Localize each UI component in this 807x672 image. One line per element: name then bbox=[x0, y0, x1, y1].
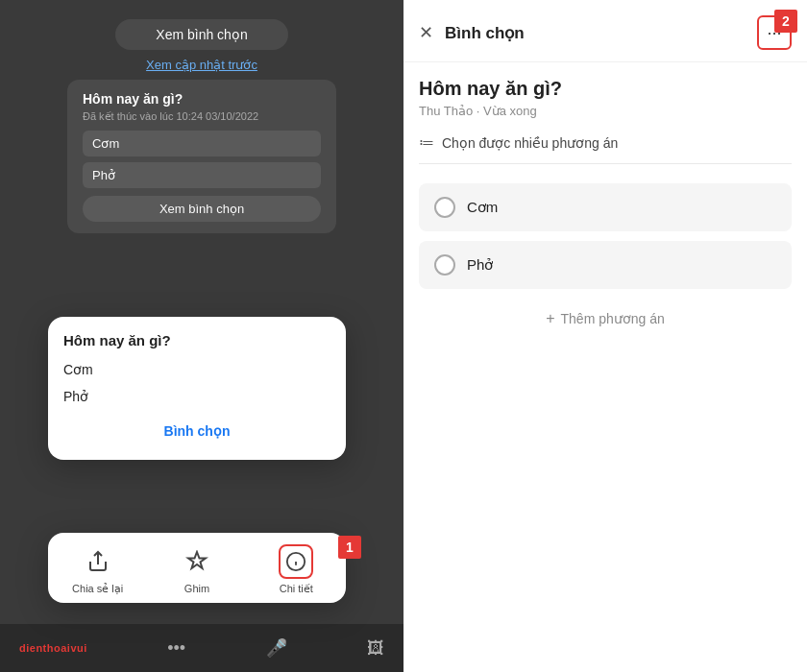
pin-action[interactable]: Ghim bbox=[147, 544, 246, 594]
detail-icon bbox=[279, 544, 313, 579]
chat-area: Xem bình chọn Xem cập nhật trước Hôm nay… bbox=[0, 10, 404, 243]
poll-ended-label: Đã kết thúc vào lúc 10:24 03/10/2022 bbox=[83, 110, 321, 123]
detail-label: Chi tiết bbox=[280, 583, 313, 595]
right-content: Hôm nay ăn gì? Thu Thảo · Vừa xong ≔ Chọ… bbox=[404, 62, 807, 672]
badge-1: 1 bbox=[338, 536, 361, 559]
detail-action[interactable]: Chi tiết bbox=[247, 544, 346, 595]
option-com-text: Cơm bbox=[467, 199, 498, 216]
radio-com bbox=[434, 197, 455, 218]
add-option-row[interactable]: + Thêm phương án bbox=[419, 299, 792, 339]
poll-modal-card: Hôm nay ăn gì? Cơm Phở Bình chọn bbox=[48, 317, 346, 460]
modal-option-pho: Phở bbox=[63, 383, 330, 410]
share-label: Chia sẻ lại bbox=[72, 583, 123, 595]
share-icon bbox=[81, 544, 115, 579]
close-button[interactable]: ✕ bbox=[419, 24, 433, 41]
microphone-icon[interactable]: 🎤 bbox=[266, 637, 287, 659]
action-bar: Chia sẻ lại Ghim Chi tiết bbox=[48, 533, 346, 603]
bottom-dots[interactable]: ••• bbox=[167, 638, 185, 659]
modal-poll-title: Hôm nay ăn gì? bbox=[63, 332, 330, 348]
binh-chon-button[interactable]: Bình chọn bbox=[63, 418, 330, 444]
view-poll-button-2[interactable]: Xem bình chọn bbox=[83, 196, 321, 222]
poll-type-row: ≔ Chọn được nhiều phương án bbox=[419, 133, 792, 164]
poll-bubble-chat: Hôm nay ăn gì? Đã kết thúc vào lúc 10:24… bbox=[67, 80, 336, 233]
add-option-icon: + bbox=[546, 310, 554, 327]
poll-author-label: Thu Thảo · Vừa xong bbox=[419, 104, 792, 118]
option-pho-text: Phở bbox=[467, 256, 493, 274]
add-option-text: Thêm phương án bbox=[561, 311, 665, 326]
poll-option-pho: Phở bbox=[83, 162, 321, 188]
right-panel-title: Bình chọn bbox=[445, 23, 746, 43]
modal-option-com: Cơm bbox=[63, 356, 330, 383]
poll-type-text: Chọn được nhiều phương án bbox=[442, 135, 618, 151]
poll-question-title: Hôm nay ăn gì? bbox=[419, 78, 792, 100]
share-action[interactable]: Chia sẻ lại bbox=[48, 544, 147, 595]
list-icon: ≔ bbox=[419, 133, 434, 152]
pin-icon bbox=[180, 544, 214, 579]
view-update-button[interactable]: Xem cập nhật trước bbox=[146, 58, 257, 72]
pin-label: Ghim bbox=[184, 583, 209, 594]
radio-pho bbox=[434, 254, 455, 276]
right-header: ✕ Bình chọn ··· bbox=[404, 0, 807, 62]
view-poll-button-1[interactable]: Xem bình chọn bbox=[115, 19, 288, 50]
poll-option-com: Cơm bbox=[83, 131, 321, 156]
option-row-pho[interactable]: Phở bbox=[419, 241, 792, 289]
image-icon[interactable]: 🖼 bbox=[367, 638, 384, 659]
bottom-bar: dienthoaivui ••• 🎤 🖼 bbox=[0, 624, 404, 672]
badge-2: 2 bbox=[774, 10, 797, 33]
brand-label: dienthoaivui bbox=[19, 642, 87, 654]
right-panel: ✕ Bình chọn ··· 2 Hôm nay ăn gì? Thu Thả… bbox=[404, 0, 807, 672]
option-row-com[interactable]: Cơm bbox=[419, 183, 792, 231]
left-panel: Xem bình chọn Xem cập nhật trước Hôm nay… bbox=[0, 0, 404, 672]
poll-bubble-title: Hôm nay ăn gì? bbox=[83, 91, 321, 107]
